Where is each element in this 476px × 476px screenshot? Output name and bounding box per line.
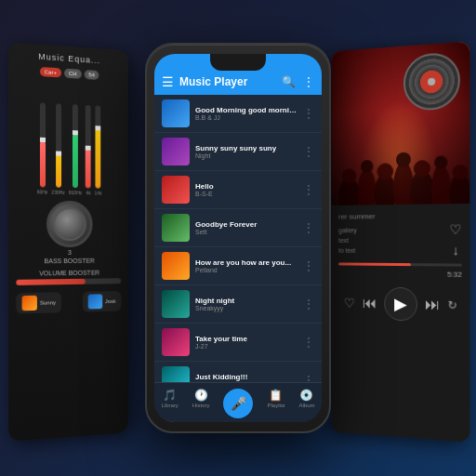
song-more-6[interactable]: ⋮ [303,336,314,349]
nav-item-library[interactable]: 🎵 Library [161,389,178,418]
np-progress-bar[interactable] [338,262,462,266]
nav-icon-3: 📋 [269,389,283,402]
song-thumb-4 [162,252,190,280]
song-item-2[interactable]: Hello B-S-E ⋮ [154,171,322,209]
eq-preset-2[interactable]: CH [64,69,81,79]
eq-preset-3[interactable]: 54 [84,70,99,80]
mini-thumb-1 [22,296,37,311]
phone-screen: ☰ Music Player 🔍 ⋮ Good Morning good mor… [154,54,322,422]
song-item-6[interactable]: Take your time J-27 ⋮ [154,324,322,362]
play-btn[interactable]: ▶ [384,287,417,322]
volume-bar[interactable] [16,278,121,285]
nav-item-playlist[interactable]: 📋 Playlist [267,389,284,418]
next-btn[interactable]: ⏭ [424,297,439,314]
np-tag-3: to text [338,246,357,253]
repeat-btn[interactable]: ↻ [447,298,456,312]
mini-player-item-1[interactable]: Sunny [16,292,61,313]
svg-point-10 [396,152,411,168]
song-name-6: Take your time [195,335,298,343]
song-name-1: Sunny suny suny suny [195,144,298,152]
song-info-6: Take your time J-27 [195,335,298,350]
search-icon[interactable]: 🔍 [282,75,296,88]
song-name-0: Good Morning good morning [195,106,298,114]
song-artist-5: Sneakyyy [195,305,298,311]
mini-player: Sunny Josk [16,291,121,314]
song-name-2: Hello [195,182,298,191]
eq-title: Music Equa... [16,50,121,67]
np-artist: rer summer [338,211,462,220]
menu-icon[interactable]: ☰ [162,74,174,89]
song-thumb-2 [162,176,190,204]
now-playing-panel: rer summer gallery text to text ♡ ↓ 5:32… [332,41,470,442]
song-artist-2: B-S-E [195,191,298,197]
np-progress-fill [338,262,411,266]
mini-thumb-2 [87,294,102,309]
np-tag-1: gallery [338,227,357,233]
song-info-4: How are you how are you... Petland [195,258,298,273]
nav-item-[interactable]: 🎤 [223,389,253,418]
song-item-3[interactable]: Goodbye Forever Sett ⋮ [154,209,322,247]
nav-label-4: Album [298,403,314,408]
nav-label-0: Library [161,403,178,408]
song-item-0[interactable]: Good Morning good morning B.B & JJ ⋮ [154,95,322,133]
eq-slider-5[interactable]: 14k [95,105,102,195]
song-name-4: How are you how are you... [195,258,298,267]
song-thumb-1 [162,138,190,165]
eq-sliders-container: 60Hz 230Hz 910Hz 4k [16,81,121,196]
vinyl-center [428,78,435,86]
heart-icon[interactable]: ♡ [449,221,461,236]
prev-btn[interactable]: ⏮ [362,295,376,311]
song-list: Good Morning good morning B.B & JJ ⋮ Sun… [154,95,322,422]
eq-slider-2[interactable]: 230Hz [51,103,64,195]
app-navbar: 🎵 Library 🕐 History 🎤 📋 Playlist 💿 Album [154,382,322,422]
app-title: Music Player [179,75,247,88]
song-more-4[interactable]: ⋮ [303,259,314,272]
eq-slider-3[interactable]: 910Hz [69,104,82,195]
bass-knob-inner [53,207,86,241]
mini-player-name-1: Sunny [40,299,56,305]
nav-label-3: Playlist [267,403,284,408]
song-thumb-3 [162,214,190,242]
song-more-3[interactable]: ⋮ [303,221,314,234]
song-item-4[interactable]: How are you how are you... Petland ⋮ [154,247,322,285]
app-header-left: ☰ Music Player [162,74,247,89]
bass-level: 3 [68,249,72,256]
svg-point-8 [361,160,374,173]
bass-knob-section: 3 BASS BOOSTER [16,200,121,264]
eq-slider-4[interactable]: 4k [86,105,91,196]
song-item-5[interactable]: Night night Sneakyyy ⋮ [154,285,322,324]
header-icons: 🔍 ⋮ [282,75,314,88]
nav-icon-4: 💿 [299,389,313,402]
mini-player-name-2: Josk [105,298,116,304]
bass-knob[interactable] [46,201,93,247]
eq-slider-1[interactable]: 60Hz [37,102,48,194]
download-icon[interactable]: ↓ [453,243,459,258]
svg-point-5 [431,164,450,205]
svg-point-1 [358,168,376,205]
phone-outer: ☰ Music Player 🔍 ⋮ Good Morning good mor… [145,43,331,433]
eq-freq-label-4: 4k [86,190,90,195]
song-more-1[interactable]: ⋮ [303,145,314,158]
volume-section: VOLUME BOOSTER [16,269,121,285]
svg-point-12 [434,155,447,169]
equalizer-panel: Music Equa... Car+ CH 54 60Hz 230Hz [8,42,128,442]
song-more-2[interactable]: ⋮ [303,183,314,196]
volume-fill [16,279,85,285]
song-name-3: Goodbye Forever [195,220,298,229]
eq-preset-car[interactable]: Car+ [40,67,61,78]
nav-mic-icon: 🎤 [223,389,253,418]
heart-btn[interactable]: ♡ [343,296,354,311]
nav-item-album[interactable]: 💿 Album [298,389,314,418]
song-more-0[interactable]: ⋮ [303,107,314,120]
phone-wrapper: ☰ Music Player 🔍 ⋮ Good Morning good mor… [145,43,331,433]
nav-icon-1: 🕐 [194,389,208,402]
more-options-icon[interactable]: ⋮ [303,75,314,88]
vol-label: VOLUME BOOSTER [16,269,121,276]
now-playing-info: rer summer gallery text to text ♡ ↓ 5:32… [332,204,470,443]
song-more-5[interactable]: ⋮ [303,298,314,311]
nav-item-history[interactable]: 🕐 History [192,389,210,418]
mini-player-item-2[interactable]: Josk [82,291,121,312]
song-info-0: Good Morning good morning B.B & JJ [195,106,298,121]
song-artist-1: Night [195,152,298,159]
song-item-1[interactable]: Sunny suny suny suny Night ⋮ [154,133,322,171]
